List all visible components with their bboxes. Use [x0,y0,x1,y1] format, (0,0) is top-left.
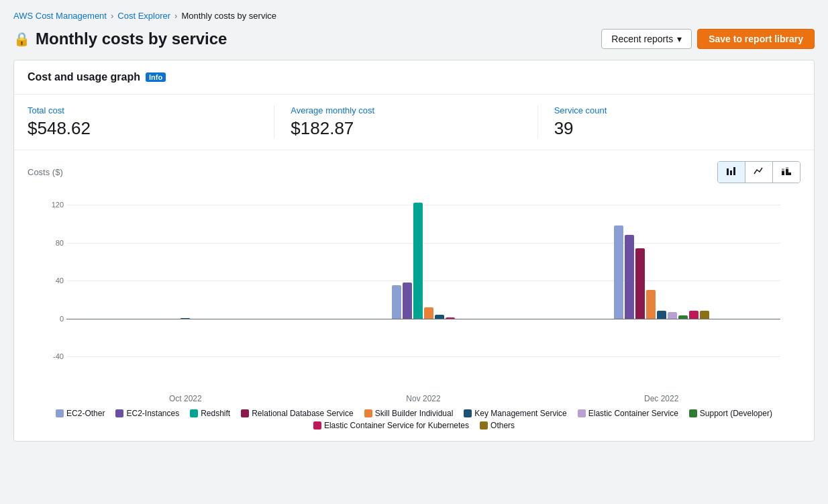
service-count-label: Service count [554,105,784,115]
x-axis-label: Oct 2022 [66,394,305,403]
grid-line: -40 [66,356,780,357]
line-chart-icon [754,166,764,177]
x-axis-label: Nov 2022 [305,394,543,403]
legend-item: Relational Database Service [241,409,353,418]
breadcrumb-sep-1: › [111,11,113,21]
legend-item: EC2-Instances [115,409,179,418]
legend-label: Skill Builder Individual [375,409,454,418]
y-axis-label: -40 [53,352,64,360]
chart-bar[interactable] [678,315,688,318]
svg-rect-2 [733,167,735,175]
legend-label: Key Management Service [474,409,566,418]
chart-bar[interactable] [180,318,190,319]
service-count-metric: Service count 39 [537,105,800,139]
card-title: Cost and usage graph Info [28,71,800,83]
chart-bar[interactable] [392,285,401,318]
legend-item: Elastic Container Service for Kubernetes [313,421,469,430]
chart-bar[interactable] [700,311,709,318]
svg-rect-1 [730,170,732,175]
legend-color-swatch [115,409,123,417]
cost-usage-card: Cost and usage graph Info Total cost $54… [13,60,815,442]
legend-item: Key Management Service [464,409,566,418]
legend-color-swatch [313,421,321,430]
legend-label: EC2-Instances [126,409,179,418]
grid-line: 40 [66,281,780,281]
legend-item: Skill Builder Individual [364,409,454,418]
total-cost-label: Total cost [28,105,258,115]
chart-type-bar-button[interactable] [718,162,745,183]
legend-item: Others [480,421,515,430]
legend-color-swatch [578,409,586,417]
legend-label: EC2-Other [66,409,105,418]
grid-line: 120 [66,205,780,205]
avg-monthly-label: Average monthly cost [291,105,521,115]
info-badge[interactable]: Info [146,72,166,82]
legend-color-swatch [56,409,64,417]
legend-color-swatch [190,409,198,417]
page-header: 🔒 Monthly costs by service Recent report… [13,29,815,49]
chart-bar[interactable] [635,248,645,318]
y-axis-label: 120 [52,201,64,209]
header-actions: Recent reports ▾ Save to report library [601,29,815,49]
chart-bar[interactable] [403,283,412,319]
legend-item: Redshift [190,409,230,418]
chart-type-buttons [717,161,800,183]
legend-item: Elastic Container Service [578,409,678,418]
metrics-row: Total cost $548.62 Average monthly cost … [14,94,814,150]
y-axis-label: 80 [56,239,64,247]
bar-chart-icon [726,166,737,177]
legend-label: Elastic Container Service [588,409,678,418]
breadcrumb-link-cost-explorer[interactable]: Cost Explorer [117,11,170,21]
chart-type-stacked-button[interactable] [773,162,800,183]
recent-reports-button[interactable]: Recent reports ▾ [601,29,692,49]
svg-rect-5 [786,169,788,175]
y-axis-label: 0 [60,315,64,323]
avg-monthly-metric: Average monthly cost $182.87 [274,105,537,139]
legend-color-swatch [689,409,697,417]
svg-rect-7 [788,172,791,175]
chart-area: 12080400-40Oct 2022Nov 2022Dec 2022 [34,189,794,403]
legend-label: Elastic Container Service for Kubernetes [324,421,469,430]
stacked-bar-icon [781,166,792,177]
service-count-value: 39 [554,118,784,139]
chart-header: Costs ($) [28,161,800,183]
chevron-down-icon: ▾ [677,34,682,44]
chart-bar[interactable] [413,203,423,318]
chart-bar[interactable] [646,290,656,318]
legend-color-swatch [241,409,249,417]
chart-bar[interactable] [614,225,623,318]
chart-legend: EC2-OtherEC2-InstancesRedshiftRelational… [28,409,800,430]
chart-bar[interactable] [435,315,444,319]
chart-bar[interactable] [424,307,433,319]
legend-label: Others [490,421,515,430]
chart-type-line-button[interactable] [745,162,773,183]
legend-color-swatch [464,409,472,417]
grid-line: 0 [66,319,780,319]
chart-bar[interactable] [625,235,634,318]
svg-rect-6 [786,167,788,169]
avg-monthly-value: $182.87 [291,118,521,139]
x-axis-label: Dec 2022 [542,394,780,403]
legend-label: Redshift [201,409,230,418]
save-to-library-button[interactable]: Save to report library [697,29,815,49]
chart-bar[interactable] [446,317,455,318]
breadcrumb-current: Monthly costs by service [181,11,276,21]
chart-bar[interactable] [668,312,677,319]
legend-item: Support (Developer) [689,409,772,418]
legend-label: Relational Database Service [252,409,353,418]
legend-color-swatch [480,421,488,430]
svg-rect-3 [782,171,784,175]
svg-rect-4 [782,168,784,171]
legend-item: EC2-Other [56,409,105,418]
grid-line: 80 [66,243,780,244]
legend-label: Support (Developer) [700,409,772,418]
chart-bar[interactable] [689,311,698,318]
total-cost-metric: Total cost $548.62 [28,105,274,139]
y-axis-label: 40 [56,276,64,285]
breadcrumb-link-cost-mgmt[interactable]: AWS Cost Management [13,11,107,21]
svg-rect-0 [727,168,729,175]
breadcrumb-sep-2: › [174,11,177,21]
chart-ylabel: Costs ($) [28,167,63,177]
page-title: 🔒 Monthly costs by service [13,30,227,48]
chart-bar[interactable] [657,311,666,318]
